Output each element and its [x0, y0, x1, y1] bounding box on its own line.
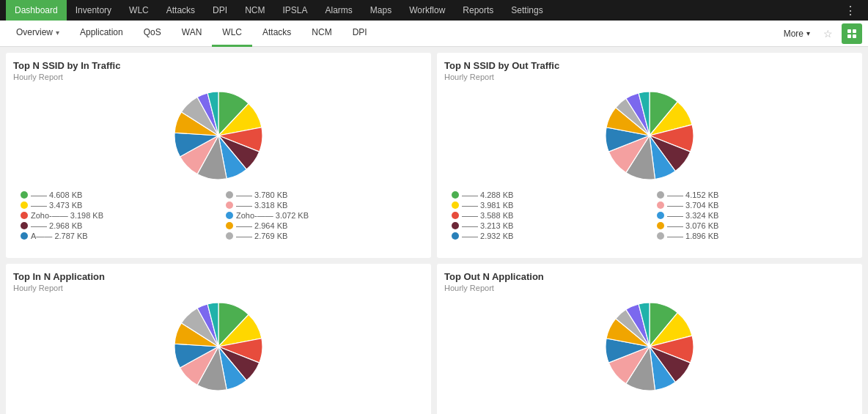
tab-more[interactable]: More ▾ [776, 21, 817, 47]
card-top-out-ssid: Top N SSID by Out Traffic Hourly Report … [437, 53, 862, 258]
tab-qos[interactable]: QoS [133, 21, 172, 47]
card-top-in-ssid-title: Top N SSID by In Traffic [13, 60, 424, 71]
nav-alarms[interactable]: Alarms [316, 0, 361, 21]
legend-dot [452, 222, 459, 229]
legend-item: —— 3.780 KB [226, 191, 416, 199]
legend-dot [21, 222, 28, 229]
nav-ncm[interactable]: NCM [236, 0, 273, 21]
legend-dot [226, 232, 233, 240]
svg-rect-1 [853, 29, 856, 33]
main-content: Top N SSID by In Traffic Hourly Report —… [0, 47, 868, 414]
nav-dashboard[interactable]: Dashboard [6, 0, 67, 21]
card-top-in-ssid: Top N SSID by In Traffic Hourly Report —… [6, 53, 431, 258]
nav-workflow[interactable]: Workflow [400, 0, 454, 21]
card-top-out-app: Top Out N Application Hourly Report [437, 264, 862, 414]
tab-application[interactable]: Application [70, 21, 133, 47]
legend-item: —— 3.076 KB [657, 221, 847, 230]
tab-overview[interactable]: Overview ▾ [6, 21, 70, 47]
legend-item: —— 4.288 KB [452, 191, 642, 199]
card-top-in-app-subtitle: Hourly Report [13, 284, 424, 292]
nav-inventory[interactable]: Inventory [67, 0, 120, 21]
legend-item: —— 3.324 KB [657, 211, 847, 220]
legend-in-ssid: —— 4.608 KB —— 3.780 KB —— 3.473 KB —— 3… [13, 191, 424, 240]
card-top-in-ssid-subtitle: Hourly Report [13, 73, 424, 81]
tab-dpi[interactable]: DPI [342, 21, 378, 47]
favorite-button[interactable]: ☆ [817, 28, 839, 40]
card-top-out-app-title: Top Out N Application [444, 271, 855, 282]
legend-out-ssid: —— 4.288 KB —— 4.152 KB —— 3.981 KB —— 3… [444, 191, 855, 240]
chart-area-out-ssid [444, 86, 855, 188]
card-top-out-app-subtitle: Hourly Report [444, 284, 855, 292]
nav-ipsla[interactable]: IPSLA [273, 0, 316, 21]
card-top-out-ssid-subtitle: Hourly Report [444, 73, 855, 81]
legend-item: —— 4.152 KB [657, 191, 847, 199]
pie-out-ssid [606, 92, 694, 182]
top-navigation: Dashboard Inventory WLC Attacks DPI NCM … [0, 0, 868, 21]
legend-dot [226, 212, 233, 219]
svg-rect-3 [853, 34, 856, 38]
legend-dot [21, 212, 28, 219]
nav-more-button[interactable]: ⋮ [839, 4, 862, 18]
legend-item: —— 3.981 KB [452, 201, 642, 210]
legend-item: Zoho-—— 3.072 KB [226, 211, 416, 220]
legend-dot [657, 212, 664, 219]
legend-item: —— 1.896 KB [657, 232, 847, 240]
card-top-in-app: Top In N Application Hourly Report [6, 264, 431, 414]
legend-item: —— 2.964 KB [226, 221, 416, 230]
card-top-in-app-title: Top In N Application [13, 271, 424, 282]
legend-dot [657, 202, 664, 209]
tab-ncm[interactable]: NCM [301, 21, 342, 47]
legend-dot [657, 191, 664, 199]
second-navigation: Overview ▾ Application QoS WAN WLC Attac… [0, 21, 868, 47]
legend-dot [21, 202, 28, 209]
nav-settings[interactable]: Settings [502, 0, 551, 21]
more-arrow: ▾ [806, 29, 810, 37]
card-top-out-ssid-title: Top N SSID by Out Traffic [444, 60, 855, 71]
pie-in-app [174, 303, 262, 393]
legend-item: A—— 2.787 KB [21, 232, 211, 240]
chart-area-out-app [444, 297, 855, 399]
pie-in-ssid [174, 92, 262, 182]
legend-dot [226, 202, 233, 209]
layout-button[interactable] [842, 23, 862, 44]
layout-icon [847, 29, 857, 39]
tab-attacks[interactable]: Attacks [252, 21, 301, 47]
nav-dpi[interactable]: DPI [204, 0, 236, 21]
legend-dot [21, 191, 28, 199]
legend-item: —— 3.318 KB [226, 201, 416, 210]
pie-out-app [606, 303, 694, 393]
tab-wan[interactable]: WAN [172, 21, 213, 47]
nav-attacks[interactable]: Attacks [158, 0, 204, 21]
legend-dot [226, 222, 233, 229]
svg-rect-2 [847, 34, 851, 38]
tab-wlc[interactable]: WLC [212, 21, 252, 47]
legend-item: —— 3.473 KB [21, 201, 211, 210]
legend-dot [452, 232, 459, 240]
legend-item: —— 3.704 KB [657, 201, 847, 210]
legend-item: —— 3.213 KB [452, 221, 642, 230]
legend-item: —— 2.932 KB [452, 232, 642, 240]
legend-item: —— 4.608 KB [21, 191, 211, 199]
nav-reports[interactable]: Reports [454, 0, 502, 21]
nav-wlc[interactable]: WLC [120, 0, 158, 21]
legend-dot [657, 222, 664, 229]
legend-item: Zoho-—— 3.198 KB [21, 211, 211, 220]
svg-rect-0 [847, 29, 851, 33]
legend-dot [452, 191, 459, 199]
legend-item: —— 2.968 KB [21, 221, 211, 230]
legend-dot [21, 232, 28, 240]
legend-item: —— 2.769 KB [226, 232, 416, 240]
legend-dot [657, 232, 664, 240]
chart-area-in-ssid [13, 86, 424, 188]
legend-dot [452, 212, 459, 219]
legend-dot [226, 191, 233, 199]
legend-item: —— 3.588 KB [452, 211, 642, 220]
nav-maps[interactable]: Maps [361, 0, 400, 21]
overview-arrow: ▾ [56, 29, 59, 37]
legend-dot [452, 202, 459, 209]
chart-area-in-app [13, 297, 424, 399]
